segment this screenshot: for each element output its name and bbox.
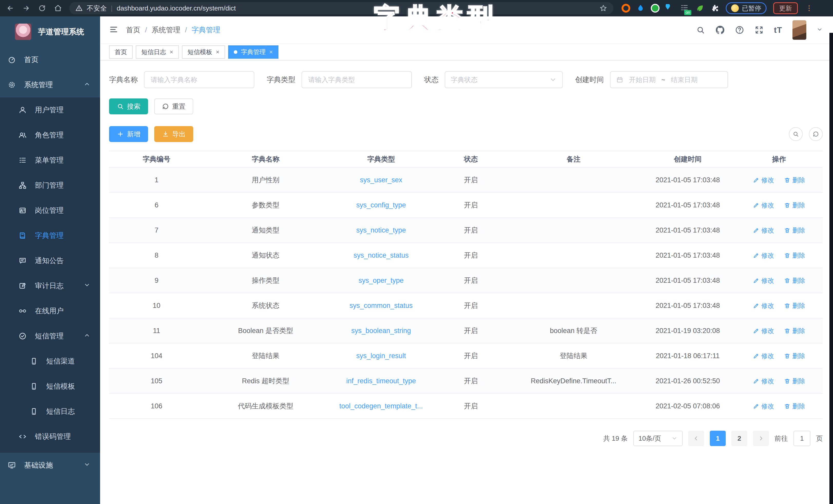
github-icon[interactable]: [715, 25, 725, 34]
cell-dict-type-link[interactable]: inf_redis_timeout_type: [327, 377, 435, 385]
breadcrumb-home[interactable]: 首页: [126, 25, 140, 35]
tab-home[interactable]: 首页: [109, 45, 133, 59]
hamburger-icon[interactable]: [109, 25, 118, 35]
bookmark-star-icon[interactable]: [599, 4, 607, 12]
extension-icon-list-on[interactable]: on: [680, 3, 690, 13]
cell-dict-type-link[interactable]: sys_notice_status: [327, 251, 435, 259]
extension-icon-blue-diamond[interactable]: [666, 4, 674, 12]
delete-link[interactable]: 删除: [784, 251, 805, 260]
page-button-1[interactable]: 1: [710, 431, 726, 446]
cell-dict-type-link[interactable]: sys_config_type: [327, 201, 435, 209]
sidebar-item-infrastructure[interactable]: 基础设施: [0, 453, 100, 478]
sidebar-item-notice[interactable]: 通知公告: [0, 248, 100, 273]
cell-dict-type-link[interactable]: sys_common_status: [327, 302, 435, 310]
dict-type-input[interactable]: [302, 71, 412, 88]
edit-link[interactable]: 修改: [753, 402, 774, 410]
sidebar-item-home[interactable]: 首页: [0, 47, 100, 72]
sidebar-item-system-management[interactable]: 系统管理: [0, 72, 100, 97]
edit-link[interactable]: 修改: [753, 201, 774, 209]
dict-name-input[interactable]: [144, 71, 254, 88]
browser-home-icon[interactable]: [53, 4, 63, 13]
tab-sms-template[interactable]: 短信模板×: [182, 45, 225, 59]
avatar-chevron-down-icon[interactable]: [816, 26, 823, 33]
next-page-button[interactable]: [753, 431, 769, 446]
extension-icon-leaf[interactable]: [696, 4, 704, 12]
sidebar-item-sms-channel[interactable]: 短信渠道: [0, 349, 100, 374]
breadcrumb-dict[interactable]: 字典管理: [192, 25, 220, 35]
delete-link[interactable]: 删除: [784, 176, 805, 184]
sidebar-item-post-management[interactable]: 岗位管理: [0, 198, 100, 223]
goto-page-input[interactable]: [793, 431, 810, 446]
delete-link[interactable]: 删除: [784, 276, 805, 285]
delete-link[interactable]: 删除: [784, 402, 805, 410]
edit-link[interactable]: 修改: [753, 226, 774, 234]
sidebar-item-online-users[interactable]: 在线用户: [0, 298, 100, 324]
help-icon[interactable]: [735, 25, 744, 34]
browser-update-button[interactable]: 更新: [773, 2, 798, 14]
cell-dict-type-link[interactable]: tool_codegen_template_t...: [327, 402, 435, 410]
app-logo-row[interactable]: 芋道管理系统: [0, 17, 100, 47]
refresh-table-button[interactable]: [809, 127, 823, 141]
edit-link[interactable]: 修改: [753, 327, 774, 335]
tab-sms-log[interactable]: 短信日志×: [136, 45, 179, 59]
browser-menu-kebab-icon[interactable]: [805, 4, 814, 13]
delete-link[interactable]: 删除: [784, 226, 805, 234]
sidebar-item-department-management[interactable]: 部门管理: [0, 173, 100, 198]
prev-page-button[interactable]: [688, 431, 704, 446]
edit-link[interactable]: 修改: [753, 176, 774, 184]
date-range-picker[interactable]: 开始日期 ~ 结束日期: [610, 71, 728, 88]
edit-link[interactable]: 修改: [753, 276, 774, 285]
delete-link[interactable]: 删除: [784, 327, 805, 335]
browser-forward-icon[interactable]: [22, 4, 31, 13]
status-select[interactable]: 字典状态: [445, 71, 563, 88]
font-size-icon[interactable]: tT: [774, 25, 782, 35]
extension-icon-blue-drop[interactable]: [637, 4, 645, 12]
delete-link[interactable]: 删除: [784, 352, 805, 360]
cell-dict-type-link[interactable]: sys_notice_type: [327, 226, 435, 234]
edit-link[interactable]: 修改: [753, 352, 774, 360]
fullscreen-icon[interactable]: [755, 25, 764, 34]
cell-dict-id: 10: [109, 302, 204, 310]
sidebar-item-user-management[interactable]: 用户管理: [0, 97, 100, 123]
edit-link[interactable]: 修改: [753, 301, 774, 310]
reset-button[interactable]: 重置: [154, 98, 193, 114]
search-icon[interactable]: [696, 25, 705, 34]
address-bar[interactable]: 不安全 | dashboard.yudao.iocoder.cn/system/…: [69, 2, 613, 14]
delete-link[interactable]: 删除: [784, 301, 805, 310]
cell-dict-type-link[interactable]: sys_oper_type: [327, 277, 435, 284]
close-icon[interactable]: ×: [216, 49, 219, 55]
sidebar-item-dict-management[interactable]: 字典管理: [0, 223, 100, 248]
edit-link[interactable]: 修改: [753, 251, 774, 260]
sidebar-item-sms-template[interactable]: 短信模板: [0, 374, 100, 399]
edit-link[interactable]: 修改: [753, 377, 774, 385]
delete-link[interactable]: 删除: [784, 201, 805, 209]
tab-dict-management[interactable]: 字典管理×: [228, 45, 279, 59]
browser-back-icon[interactable]: [6, 4, 15, 13]
sidebar-item-role-management[interactable]: 角色管理: [0, 123, 100, 148]
sidebar-item-error-code-management[interactable]: 错误码管理: [0, 424, 100, 449]
sidebar-item-audit-log[interactable]: 审计日志: [0, 273, 100, 298]
browser-reload-icon[interactable]: [38, 4, 47, 13]
search-button[interactable]: 搜索: [109, 98, 148, 114]
export-button[interactable]: 导出: [154, 126, 193, 142]
add-button[interactable]: 新增: [109, 126, 148, 142]
extension-icon-green-circle[interactable]: [651, 4, 660, 12]
cell-dict-type-link[interactable]: sys_user_sex: [327, 176, 435, 184]
sidebar-item-sms-management[interactable]: 短信管理: [0, 324, 100, 349]
page-size-select[interactable]: 10条/页: [633, 431, 683, 446]
extension-icon-orange[interactable]: [622, 4, 630, 12]
breadcrumb-system[interactable]: 系统管理: [152, 25, 181, 35]
cell-dict-type-link[interactable]: sys_login_result: [327, 352, 435, 360]
window-scrollbar[interactable]: [829, 33, 833, 504]
close-icon[interactable]: ×: [269, 49, 273, 55]
sidebar-item-menu-management[interactable]: 菜单管理: [0, 148, 100, 173]
paused-extension-pill[interactable]: 已暂停: [726, 2, 766, 14]
extensions-puzzle-icon[interactable]: [710, 4, 719, 12]
sidebar-item-sms-log[interactable]: 短信日志: [0, 399, 100, 424]
page-button-2[interactable]: 2: [731, 431, 747, 446]
user-avatar[interactable]: [792, 20, 806, 40]
close-icon[interactable]: ×: [170, 49, 173, 55]
delete-link[interactable]: 删除: [784, 377, 805, 385]
toggle-search-button[interactable]: [789, 127, 803, 141]
cell-dict-type-link[interactable]: sys_boolean_string: [327, 327, 435, 335]
